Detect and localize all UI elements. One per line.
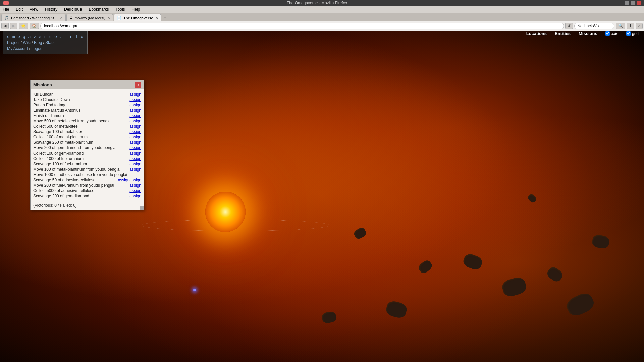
grid-checkbox-label[interactable]: grid [626, 31, 639, 36]
mission-assign-11[interactable]: assign [129, 151, 141, 156]
mission-assign-14[interactable]: assign [129, 167, 141, 172]
mission-assign-18[interactable]: assign [129, 188, 141, 193]
mission-assign-13[interactable]: assign [129, 162, 141, 166]
title-bar: The Omegaverse - Mozilla Firefox [0, 0, 644, 6]
tab-bar: 🎵 Portishead - Wandering Sta... ✕ ⚙ movi… [0, 13, 644, 21]
mission-assign-1[interactable]: assign [129, 97, 141, 102]
nav-bar: ◀ ▶ ⭐ 🏠 ↺ 🔍 ⬇ ⌂ [0, 21, 644, 31]
menu-view[interactable]: View [28, 7, 40, 12]
mission-assign-8[interactable]: assign [129, 135, 141, 139]
mission-name-16: Scavange 50 of adhesive-cellulose [33, 178, 117, 182]
menu-bar: File Edit View History Delicious Bookmar… [0, 6, 644, 13]
mission-name-11: Collect 100 of gem-diamond [33, 151, 128, 156]
tab-1[interactable]: 🎵 Portishead - Wandering Sta... ✕ [1, 14, 66, 21]
search-area: 🔍 ⬇ ⌂ [574, 23, 643, 29]
bookmark-star-button[interactable]: ⭐ [19, 23, 28, 29]
link-wiki[interactable]: Wiki [23, 40, 31, 45]
menu-edit[interactable]: Edit [14, 7, 24, 12]
link-blog[interactable]: Blog [34, 40, 42, 45]
mission-assign-0[interactable]: assign [129, 92, 141, 97]
mission-row-8: Collect 100 of metal-plantinumassign [33, 134, 141, 140]
mission-row-18: Collect 5000 of adhesive-celluloseassign [33, 188, 141, 193]
search-input[interactable] [574, 23, 614, 29]
axis-checkbox-label[interactable]: axis [605, 31, 618, 36]
mission-name-18: Collect 5000 of adhesive-cellulose [33, 188, 128, 193]
axis-checkbox[interactable] [605, 31, 610, 36]
forward-button[interactable]: ▶ [10, 23, 17, 29]
mission-assign-3[interactable]: assign [129, 108, 141, 113]
mission-name-2: Put an End to Iago [33, 103, 128, 107]
missions-close-button[interactable]: x [135, 82, 141, 88]
link-project[interactable]: Project [7, 40, 19, 45]
maximize-button[interactable] [631, 1, 635, 5]
search-button[interactable]: 🔍 [616, 23, 625, 29]
tab-1-close[interactable]: ✕ [60, 16, 63, 20]
link-stats[interactable]: Stats [45, 40, 54, 45]
mission-row-4: Finish off Tamoraassign [33, 113, 141, 118]
tab-2-favicon: ⚙ [69, 16, 73, 20]
nav-entities[interactable]: Entities [555, 31, 571, 36]
mission-assign-5[interactable]: assign [129, 119, 141, 123]
mission-row-19: Scavange 200 of gem-diamondassign [33, 193, 141, 199]
mission-assign-10[interactable]: assign [129, 145, 141, 150]
mission-assign-12[interactable]: assign [129, 156, 141, 161]
site-url: o m e g a v e r s e . i n f o [7, 34, 83, 39]
tab-2-close[interactable]: ✕ [107, 16, 110, 20]
mission-row-15: Move 1000 of adhesive-cellulose from you… [33, 172, 141, 177]
mission-name-0: Kill Duncan [33, 92, 128, 97]
mission-name-14: Move 100 of metal-plantinum from youdu p… [33, 167, 128, 172]
mission-row-13: Scavange 100 of fuel-uraniumassign [33, 161, 141, 167]
menu-help[interactable]: Help [130, 7, 142, 12]
back-button[interactable]: ◀ [1, 23, 9, 29]
mission-row-12: Collect 1000 of fuel-uraniumassign [33, 156, 141, 161]
title-bar-controls[interactable] [625, 1, 641, 5]
mission-row-0: Kill Duncanassign [33, 92, 141, 97]
mission-assign-9[interactable]: assign [129, 140, 141, 145]
mission-name-9: Scavange 250 of metal-plantinum [33, 140, 128, 145]
mission-assign-19[interactable]: assign [129, 194, 141, 198]
nav-missions[interactable]: Missions [579, 31, 597, 36]
missions-resize-handle[interactable] [140, 206, 144, 210]
link-my-account[interactable]: My Account [7, 46, 28, 51]
mission-name-8: Collect 100 of metal-plantinum [33, 135, 128, 139]
account-links: My Account / Logout [7, 46, 83, 51]
home-nav-button[interactable]: ⌂ [636, 23, 643, 29]
mission-row-6: Collect 500 of metal-steelassign [33, 124, 141, 129]
menu-delicious[interactable]: Delicious [63, 7, 83, 12]
particle-1 [193, 289, 196, 291]
tab-3[interactable]: 📄 The Omegaverse ✕ [114, 14, 161, 21]
mission-assign-4[interactable]: assign [129, 113, 141, 118]
mission-row-10: Move 200 of gem-diamond from youdu pengl… [33, 145, 141, 150]
mission-name-12: Collect 1000 of fuel-uranium [33, 156, 128, 161]
tab-1-label: Portishead - Wandering Sta... [11, 16, 58, 20]
minimize-button[interactable] [625, 1, 629, 5]
menu-history[interactable]: History [44, 7, 59, 12]
menu-bookmarks[interactable]: Bookmarks [88, 7, 110, 12]
grid-checkbox[interactable] [626, 31, 631, 36]
link-logout[interactable]: Logout [31, 46, 44, 51]
mission-assign-7[interactable]: assign [129, 129, 141, 134]
mission-row-17: Move 200 of fuel-uranium from youdu peng… [33, 183, 141, 188]
mission-name-17: Move 200 of fuel-uranium from youdu peng… [33, 183, 128, 188]
home-button[interactable]: 🏠 [30, 23, 39, 29]
mission-assign-6[interactable]: assign [129, 124, 141, 129]
mission-assign-16[interactable]: assignassign [118, 178, 141, 182]
mission-row-5: Move 500 of metal-steel from youdu pengl… [33, 118, 141, 124]
mission-assign-2[interactable]: assign [129, 103, 141, 107]
grid-label: grid [632, 31, 639, 36]
tab-3-close[interactable]: ✕ [155, 16, 158, 20]
close-button[interactable] [637, 1, 641, 5]
browser-chrome: The Omegaverse - Mozilla Firefox File Ed… [0, 0, 644, 31]
tab-2[interactable]: ⚙ movitto (Mo Morsi) ✕ [66, 14, 113, 21]
menu-tools[interactable]: Tools [114, 7, 126, 12]
download-button[interactable]: ⬇ [627, 23, 634, 29]
new-tab-button[interactable]: + [162, 14, 168, 20]
nav-locations[interactable]: Locations [526, 31, 547, 36]
mission-row-3: Eliminate Marcus Antoniusassign [33, 108, 141, 113]
reload-button[interactable]: ↺ [565, 23, 573, 29]
mission-name-19: Scavange 200 of gem-diamond [33, 194, 128, 198]
mission-assign-17[interactable]: assign [129, 183, 141, 188]
address-bar[interactable] [40, 23, 564, 29]
mission-name-6: Collect 500 of metal-steel [33, 124, 128, 129]
menu-file[interactable]: File [1, 7, 10, 12]
